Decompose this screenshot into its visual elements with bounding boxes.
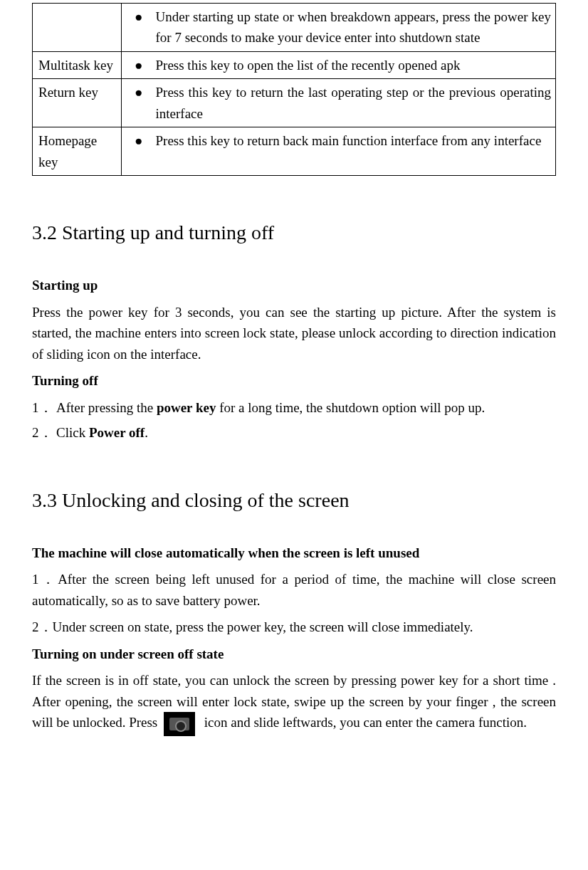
keys-table: ● Under starting up state or when breakd… (32, 3, 556, 176)
list-text: Click Power off. (56, 422, 556, 443)
text: Click (56, 425, 89, 440)
desc-text: Under starting up state or when breakdow… (155, 6, 551, 48)
text: After pressing the (56, 400, 157, 415)
desc-text: Press this key to return the last operat… (155, 82, 551, 124)
subhead-auto-close: The machine will close automatically whe… (32, 543, 556, 563)
subhead-turning-off: Turning off (32, 370, 556, 391)
table-row: Return key ● Press this key to return th… (33, 79, 556, 127)
bullet-icon: ● (127, 130, 155, 151)
paragraph: 1．After the screen being left unused for… (32, 569, 556, 611)
section-3-3-title: 3.3 Unlocking and closing of the screen (32, 485, 556, 515)
paragraph: 2．Under screen on state, press the power… (32, 617, 556, 637)
subhead-turning-on: Turning on under screen off state (32, 644, 556, 664)
text: icon and slide leftwards, you can enter … (204, 715, 527, 730)
bullet-icon: ● (127, 6, 155, 27)
table-row: Homepage key ● Press this key to return … (33, 127, 556, 176)
bullet-icon: ● (127, 55, 155, 75)
table-row: Multitask key ● Press this key to open t… (33, 51, 556, 78)
desc-text: Press this key to open the list of the r… (155, 55, 551, 75)
list-number: 2． (32, 422, 56, 443)
section-3-2-title: 3.2 Starting up and turning off (32, 217, 556, 248)
desc-cell: ● Press this key to open the list of the… (122, 51, 556, 78)
bullet-icon: ● (127, 82, 155, 103)
list-item: 2． Click Power off. (32, 422, 556, 443)
desc-cell: ● Press this key to return back main fun… (122, 127, 556, 176)
list-number: 1． (32, 397, 56, 418)
key-cell: Homepage key (33, 127, 122, 176)
desc-text: Press this key to return back main funct… (155, 130, 551, 151)
bold-text: Power off (89, 425, 145, 440)
key-cell (33, 4, 122, 52)
key-cell: Return key (33, 79, 122, 127)
list-item: 1． After pressing the power key for a lo… (32, 397, 556, 418)
text: Under screen on state, press the power k… (53, 619, 473, 634)
paragraph: Press the power key for 3 seconds, you c… (32, 302, 556, 365)
key-cell: Multitask key (33, 51, 122, 78)
subhead-starting-up: Starting up (32, 275, 556, 295)
paragraph: If the screen is in off state, you can u… (32, 670, 556, 736)
bold-text: power key (157, 400, 216, 415)
text: . (145, 425, 148, 440)
table-row: ● Under starting up state or when breakd… (33, 4, 556, 52)
camera-icon (164, 712, 195, 736)
list-text: After pressing the power key for a long … (56, 397, 556, 418)
desc-cell: ● Press this key to return the last oper… (122, 79, 556, 127)
list-number: 2． (32, 619, 53, 634)
list-number: 1． (32, 572, 58, 587)
desc-cell: ● Under starting up state or when breakd… (122, 4, 556, 52)
text: After the screen being left unused for a… (32, 572, 556, 607)
text: for a long time, the shutdown option wil… (216, 400, 485, 415)
